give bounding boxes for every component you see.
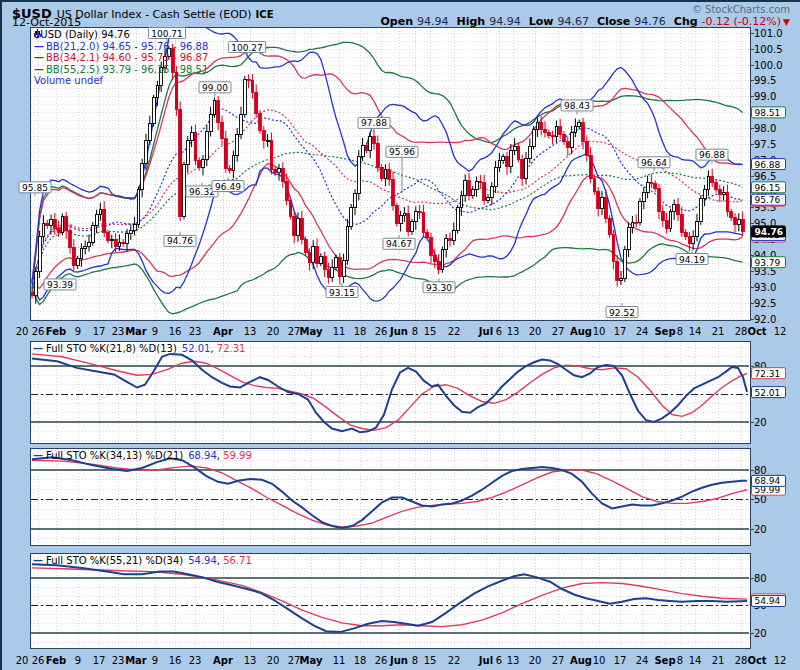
bb55-value-box: 96.15 — [752, 182, 786, 193]
svg-text:Oct: Oct — [747, 326, 766, 337]
svg-text:8: 8 — [677, 655, 683, 666]
svg-text:20: 20 — [267, 326, 280, 337]
volume-legend-row: Volume undef — [34, 75, 208, 87]
svg-text:27: 27 — [552, 326, 565, 337]
svg-text:96.64: 96.64 — [641, 158, 667, 168]
svg-text:May: May — [300, 655, 323, 666]
stockcharts-chart-page: $USDUS Dollar Index - Cash Settle (EOD)I… — [0, 0, 800, 670]
svg-text:99.0: 99.0 — [754, 91, 776, 102]
bb21-legend-row: —BB(21,2.0) 94.65 - 95.76 - 96.88 — [34, 41, 208, 53]
svg-text:16: 16 — [169, 326, 182, 337]
svg-text:27: 27 — [288, 326, 301, 337]
svg-text:11: 11 — [333, 326, 346, 337]
svg-text:21: 21 — [712, 655, 725, 666]
svg-text:Sep: Sep — [654, 655, 675, 666]
svg-text:9: 9 — [152, 655, 158, 666]
svg-text:20: 20 — [754, 524, 767, 535]
stoch-k-value-box: 52.01 — [752, 387, 786, 398]
bb21-line-icon: — — [34, 41, 44, 52]
svg-text:93.39: 93.39 — [47, 280, 73, 290]
svg-text:100.0: 100.0 — [754, 60, 783, 71]
stoch1-line-icon: — — [33, 343, 43, 354]
svg-text:20: 20 — [754, 628, 767, 639]
stoch2-line-icon: — — [33, 450, 43, 461]
svg-text:16: 16 — [169, 655, 182, 666]
svg-text:20: 20 — [754, 417, 767, 428]
bb55-value-box: 98.51 — [752, 107, 786, 118]
svg-text:20: 20 — [16, 655, 29, 666]
stoch3-k-value: 54.94 — [188, 555, 217, 566]
stoch-panel-1: 80502072.3152.01 — [30, 341, 786, 443]
svg-text:12: 12 — [774, 655, 787, 666]
svg-text:May: May — [300, 326, 323, 337]
svg-text:96.15: 96.15 — [755, 183, 781, 193]
stoch3-legend-text: Full STO %K(55,21) %D(34) — [46, 555, 183, 566]
svg-text:68.94: 68.94 — [755, 476, 781, 486]
volume-bars-icon — [34, 29, 43, 37]
bb34-legend-row: —BB(34,2.1) 94.60 - 95.73 - 96.87 — [34, 52, 208, 64]
svg-text:8: 8 — [412, 655, 418, 666]
svg-text:94.76: 94.76 — [167, 236, 193, 246]
svg-text:27: 27 — [288, 655, 301, 666]
svg-text:96.88: 96.88 — [699, 150, 725, 160]
svg-text:26: 26 — [375, 326, 388, 337]
bb55-legend-row: —BB(55,2.5) 93.79 - 96.15 - 98.51 — [34, 64, 208, 76]
svg-text:80: 80 — [754, 573, 767, 584]
svg-text:94.67: 94.67 — [386, 239, 412, 249]
svg-text:21: 21 — [712, 326, 725, 337]
stoch-d-value-box: 72.31 — [752, 368, 786, 379]
bb21-value-box: 96.88 — [752, 159, 786, 170]
svg-text:22: 22 — [448, 326, 461, 337]
svg-text:26: 26 — [32, 326, 45, 337]
svg-text:14: 14 — [689, 326, 702, 337]
svg-text:94.76: 94.76 — [755, 227, 783, 237]
svg-text:96.49: 96.49 — [215, 182, 241, 192]
stoch1-k-value: 52.01 — [182, 343, 211, 354]
stoch3-d-value: 56.71 — [223, 555, 252, 566]
svg-text:18: 18 — [354, 326, 367, 337]
svg-text:20: 20 — [267, 655, 280, 666]
svg-text:Mar: Mar — [125, 655, 147, 666]
svg-text:92.52: 92.52 — [609, 308, 635, 318]
svg-text:Jun: Jun — [389, 326, 408, 337]
svg-text:6: 6 — [496, 326, 502, 337]
svg-text:100.27: 100.27 — [231, 43, 263, 53]
stoch3-line-icon: — — [33, 555, 43, 566]
svg-text:8: 8 — [412, 326, 418, 337]
svg-text:95.85: 95.85 — [22, 183, 48, 193]
svg-text:Sep: Sep — [654, 326, 675, 337]
svg-text:93.79: 93.79 — [755, 258, 781, 268]
stoch-k-value-box: 54.94 — [752, 595, 786, 606]
svg-text:Jun: Jun — [389, 655, 408, 666]
svg-text:93.30: 93.30 — [426, 283, 452, 293]
svg-text:20: 20 — [529, 326, 542, 337]
svg-text:18: 18 — [354, 655, 367, 666]
svg-text:27: 27 — [552, 655, 565, 666]
svg-text:17: 17 — [93, 326, 106, 337]
svg-text:15: 15 — [424, 655, 437, 666]
svg-text:13: 13 — [244, 655, 257, 666]
svg-text:Jul: Jul — [478, 655, 493, 666]
svg-text:8: 8 — [677, 326, 683, 337]
svg-text:95.76: 95.76 — [755, 195, 781, 205]
bb34-legend-text: BB(34,2.1) 94.60 - 95.73 - 96.87 — [46, 52, 208, 63]
svg-text:13: 13 — [244, 326, 257, 337]
svg-text:26: 26 — [375, 655, 388, 666]
svg-text:10: 10 — [593, 655, 606, 666]
stoch-k-value-box: 68.94 — [752, 475, 786, 486]
svg-text:54.94: 54.94 — [755, 596, 781, 606]
svg-text:6: 6 — [496, 655, 502, 666]
svg-text:17: 17 — [93, 655, 106, 666]
svg-text:26: 26 — [32, 655, 45, 666]
svg-text:Mar: Mar — [125, 326, 147, 337]
svg-text:Jul: Jul — [478, 326, 493, 337]
last-price-box: 94.76 — [752, 226, 786, 237]
svg-text:Apr: Apr — [213, 326, 233, 337]
bb55-legend-text: BB(55,2.5) 93.79 - 96.15 - 98.51 — [46, 64, 208, 75]
svg-text:12: 12 — [774, 326, 787, 337]
bb34-line-icon: — — [34, 52, 44, 63]
stoch-panel-2: 80502059.9968.94 — [30, 448, 786, 545]
svg-text:99.5: 99.5 — [754, 75, 776, 86]
svg-text:Aug: Aug — [570, 655, 592, 666]
svg-text:14: 14 — [689, 655, 702, 666]
